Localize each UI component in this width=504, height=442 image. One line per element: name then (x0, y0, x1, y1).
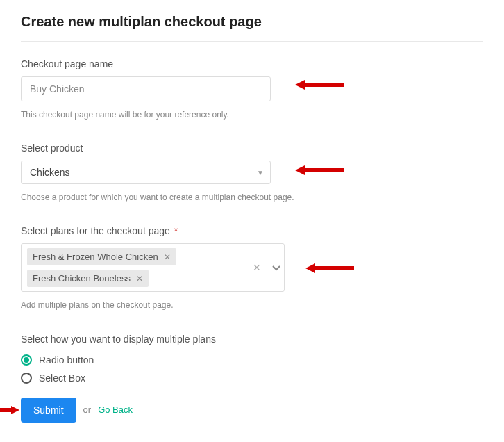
clear-all-icon[interactable]: ✕ (247, 262, 267, 273)
page-name-helper: This checkout page name will be for your… (21, 108, 299, 122)
plans-multiselect[interactable]: Fresh & Frozen Whole Chicken ✕ Fresh Chi… (21, 243, 285, 292)
svg-marker-3 (0, 406, 19, 414)
product-label: Select product (21, 142, 368, 154)
plan-tag: Fresh & Frozen Whole Chicken ✕ (27, 248, 176, 265)
svg-marker-1 (295, 165, 344, 175)
svg-marker-0 (295, 80, 344, 90)
field-group-product: Select product Chickens ▼ Choose a produ… (21, 142, 368, 204)
submit-button[interactable]: Submit (21, 398, 76, 423)
product-select[interactable]: Chickens (21, 161, 271, 184)
radio-label-text: Radio button (39, 354, 94, 366)
svg-marker-2 (305, 263, 354, 273)
plan-tag: Fresh Chicken Boneless ✕ (27, 270, 149, 287)
product-selected-value: Chickens (30, 167, 70, 178)
radio-label-text: Select Box (39, 373, 85, 384)
radio-option-radio-button[interactable]: Radio button (21, 354, 368, 366)
plans-helper: Add multiple plans on the checkout page. (21, 299, 299, 312)
chevron-down-icon[interactable] (267, 261, 286, 274)
field-group-display: Select how you want to display multiple … (21, 334, 368, 384)
go-back-link[interactable]: Go Back (98, 404, 133, 415)
annotation-arrow-icon (295, 165, 344, 175)
product-helper: Choose a product for which you want to c… (21, 191, 299, 204)
annotation-arrow-icon (295, 80, 344, 90)
radio-icon (21, 373, 32, 384)
or-text: or (83, 404, 92, 415)
radio-icon (21, 354, 32, 366)
remove-tag-icon[interactable]: ✕ (164, 252, 171, 262)
radio-option-select-box[interactable]: Select Box (21, 373, 368, 384)
annotation-arrow-icon (0, 406, 19, 416)
page-name-input[interactable] (21, 76, 271, 101)
display-label: Select how you want to display multiple … (21, 334, 368, 345)
remove-tag-icon[interactable]: ✕ (136, 274, 143, 284)
required-indicator: * (174, 225, 178, 236)
actions-row: Submit or Go Back (21, 398, 483, 423)
page-name-label: Checkout page name (21, 58, 368, 69)
chevron-down-icon: ▼ (257, 169, 264, 177)
annotation-arrow-icon (305, 263, 354, 273)
page-title: Create new multiplan checkout page (21, 14, 483, 42)
field-group-page-name: Checkout page name This checkout page na… (21, 58, 368, 122)
plans-label: Select plans for the checkout page * (21, 225, 368, 236)
field-group-plans: Select plans for the checkout page * Fre… (21, 225, 368, 312)
